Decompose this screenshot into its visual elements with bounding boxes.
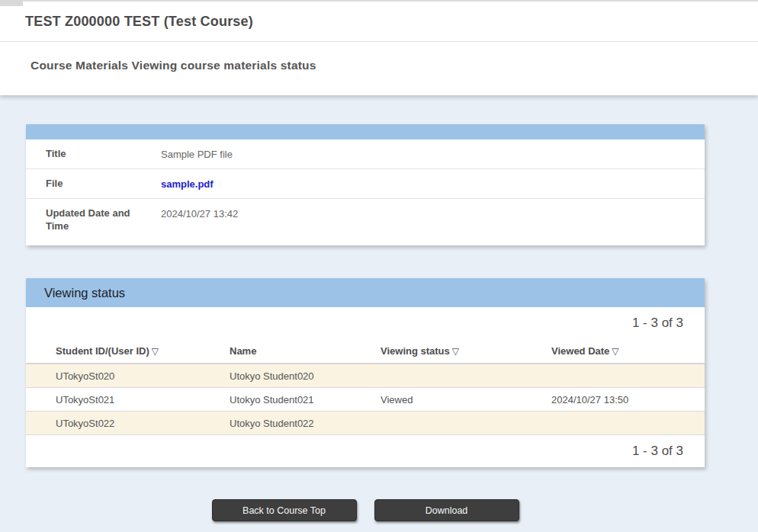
download-button[interactable]: Download <box>374 499 519 521</box>
detail-row-title: Title Sample PDF file <box>26 139 705 169</box>
viewing-status-heading: Viewing status <box>44 286 125 300</box>
pagination-top: 1 - 3 of 3 <box>26 307 705 339</box>
detail-value-title: Sample PDF file <box>161 147 233 161</box>
detail-label-title: Title <box>26 147 161 160</box>
table-row: UTokyoSt022 Utokyo Student022 <box>26 412 705 435</box>
viewing-status-header-bar: Viewing status <box>26 278 705 307</box>
column-header-student-id[interactable]: Student ID/(User ID)▽ <box>56 345 230 357</box>
page-header: TEST Z000000 TEST (Test Course) Course M… <box>0 0 758 95</box>
viewing-status-card: Viewing status 1 - 3 of 3 Student ID/(Us… <box>26 278 705 467</box>
main-content: Title Sample PDF file File sample.pdf Up… <box>0 95 758 521</box>
cell-viewed-date: 2024/10/27 13:50 <box>551 394 705 405</box>
table-row: UTokyoSt020 Utokyo Student020 <box>26 364 705 388</box>
sort-icon[interactable]: ▽ <box>452 346 459 357</box>
table-header-row: Student ID/(User ID)▽ Name Viewing statu… <box>26 339 705 364</box>
cell-student-id: UTokyoSt021 <box>56 394 230 405</box>
corner-scroll-fragment <box>0 0 23 6</box>
course-title: TEST Z000000 TEST (Test Course) <box>0 2 758 30</box>
pagination-range-top: 1 - 3 of 3 <box>632 316 683 331</box>
column-header-viewing-status[interactable]: Viewing status▽ <box>381 345 551 357</box>
cell-student-id: UTokyoSt020 <box>56 370 230 382</box>
sort-icon[interactable]: ▽ <box>152 346 159 357</box>
sort-icon[interactable]: ▽ <box>612 346 618 357</box>
pagination-range-bottom: 1 - 3 of 3 <box>632 444 683 459</box>
material-details-card: Title Sample PDF file File sample.pdf Up… <box>26 124 705 245</box>
detail-row-updated: Updated Date and Time 2024/10/27 13:42 <box>26 199 705 245</box>
detail-label-file: File <box>26 177 161 190</box>
column-header-name: Name <box>230 345 381 357</box>
file-download-link[interactable]: sample.pdf <box>161 177 214 191</box>
column-header-viewed-date[interactable]: Viewed Date▽ <box>551 345 705 357</box>
page-title: Course Materials Viewing course material… <box>0 42 758 72</box>
material-card-header-bar <box>26 124 705 139</box>
back-to-course-top-button[interactable]: Back to Course Top <box>212 499 357 521</box>
detail-value-updated: 2024/10/27 13:42 <box>161 207 238 220</box>
pagination-bottom: 1 - 3 of 3 <box>26 435 705 467</box>
cell-name: Utokyo Student020 <box>230 370 381 382</box>
cell-name: Utokyo Student022 <box>230 418 381 429</box>
cell-status: Viewed <box>381 394 551 405</box>
table-row: UTokyoSt021 Utokyo Student021 Viewed 202… <box>26 388 705 412</box>
cell-student-id: UTokyoSt022 <box>56 418 230 429</box>
cell-name: Utokyo Student021 <box>230 394 381 405</box>
action-button-bar: Back to Course Top Download <box>26 499 705 521</box>
detail-row-file: File sample.pdf <box>26 169 705 199</box>
detail-label-updated: Updated Date and Time <box>26 207 161 232</box>
